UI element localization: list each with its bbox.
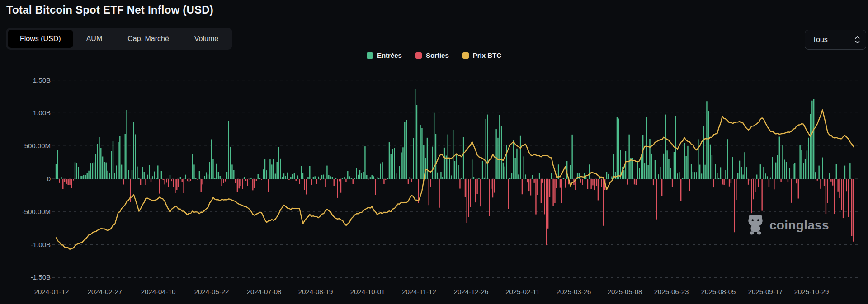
svg-text:-1.00B: -1.00B xyxy=(31,241,51,248)
svg-text:2024-12-26: 2024-12-26 xyxy=(454,288,489,295)
svg-text:2025-06-23: 2025-06-23 xyxy=(654,288,689,295)
svg-text:-500.00M: -500.00M xyxy=(22,208,51,215)
svg-text:2025-03-26: 2025-03-26 xyxy=(557,288,591,295)
svg-text:1.00B: 1.00B xyxy=(33,109,51,117)
svg-text:500.00M: 500.00M xyxy=(24,142,51,150)
svg-text:2025-08-05: 2025-08-05 xyxy=(701,288,736,295)
svg-text:0: 0 xyxy=(47,175,51,182)
svg-text:2024-11-12: 2024-11-12 xyxy=(402,288,436,295)
svg-text:2024-01-12: 2024-01-12 xyxy=(34,288,69,295)
svg-text:2025-05-08: 2025-05-08 xyxy=(608,288,642,295)
svg-text:2025-09-17: 2025-09-17 xyxy=(748,288,783,295)
svg-text:2025-02-11: 2025-02-11 xyxy=(505,288,540,295)
svg-text:2025-10-29: 2025-10-29 xyxy=(794,288,829,295)
flows-chart-plot-area[interactable]: 1.50B1.00B500.00M0-500.00M-1.00B-1.50B20… xyxy=(0,0,868,304)
svg-text:2024-02-27: 2024-02-27 xyxy=(88,288,123,295)
svg-text:2024-05-22: 2024-05-22 xyxy=(194,288,229,295)
svg-text:-1.50B: -1.50B xyxy=(31,273,51,281)
svg-text:2024-08-19: 2024-08-19 xyxy=(298,288,333,295)
svg-text:2024-10-01: 2024-10-01 xyxy=(350,288,385,295)
svg-text:2024-07-08: 2024-07-08 xyxy=(247,288,282,295)
svg-text:1.50B: 1.50B xyxy=(33,76,51,84)
svg-text:2024-04-10: 2024-04-10 xyxy=(141,288,176,295)
